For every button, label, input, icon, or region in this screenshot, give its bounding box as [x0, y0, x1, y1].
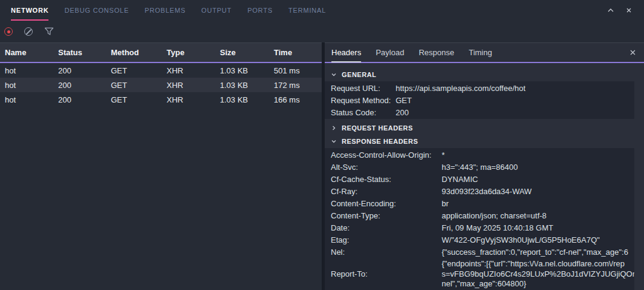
request-details-pane: Headers Payload Response Timing GENERAL — [325, 42, 644, 290]
header-key: Content-Type: — [331, 211, 442, 220]
details-tab-bar: Headers Payload Response Timing — [325, 42, 644, 63]
header-row: Content-Encoding: br — [325, 197, 634, 209]
cell-status: 200 — [58, 95, 111, 104]
cell-method: GET — [111, 95, 167, 104]
header-key: Content-Encoding: — [331, 199, 442, 208]
header-row: Request Method: GET — [325, 94, 634, 106]
cell-status: 200 — [58, 81, 111, 90]
header-value: {"success_fraction":0,"report_to":"cf-ne… — [442, 248, 634, 257]
request-table-header: Name Status Method Type Size Time — [0, 42, 322, 63]
header-value-line: nel","max_age":604800} — [442, 279, 634, 289]
cell-name: hot — [5, 95, 58, 104]
header-key: Date: — [331, 223, 442, 232]
section-title: RESPONSE HEADERS — [342, 138, 418, 145]
close-icon[interactable] — [629, 49, 637, 56]
header-row: Report-To: {"endpoints":[{"url":"https:\… — [325, 258, 634, 290]
column-method[interactable]: Method — [111, 48, 167, 57]
header-value: br — [442, 199, 634, 208]
tab-payload[interactable]: Payload — [376, 43, 404, 62]
section-response-headers[interactable]: RESPONSE HEADERS — [325, 135, 644, 148]
header-row: Access-Control-Allow-Origin: * — [325, 149, 634, 161]
tab-network[interactable]: NETWORK — [11, 0, 48, 21]
header-key: Cf-Cache-Status: — [331, 175, 442, 184]
header-key: Request Method: — [331, 96, 396, 105]
header-key: Status Code: — [331, 108, 396, 117]
header-key: Cf-Ray: — [331, 187, 442, 196]
tab-ports[interactable]: PORTS — [247, 0, 273, 21]
cell-name: hot — [5, 66, 58, 75]
panel-window-controls — [606, 6, 633, 15]
header-row: Etag: W/"422-OFgVyjSW3h0UjwL/G5P5HoE6A7Q… — [325, 234, 634, 246]
header-key: Report-To: — [331, 269, 442, 278]
headers-content: GENERAL Request URL: https://api.samplea… — [325, 63, 644, 290]
chevron-up-icon[interactable] — [606, 6, 615, 15]
tab-terminal[interactable]: TERMINAL — [288, 0, 326, 21]
cell-size: 1.03 KB — [220, 66, 274, 75]
column-time[interactable]: Time — [274, 48, 322, 57]
filter-icon[interactable] — [44, 27, 54, 36]
header-key: Nel: — [331, 248, 442, 257]
header-row: Content-Type: application/json; charset=… — [325, 209, 634, 221]
network-toolbar — [0, 21, 644, 42]
header-value: W/"422-OFgVyjSW3h0UjwL/G5P5HoE6A7Q" — [442, 235, 634, 244]
header-row: Status Code: 200 — [325, 106, 634, 118]
section-general[interactable]: GENERAL — [325, 68, 644, 81]
cell-time: 172 ms — [274, 81, 322, 90]
column-name[interactable]: Name — [5, 48, 58, 57]
section-title: REQUEST HEADERS — [342, 124, 413, 132]
header-row: Alt-Svc: h3=":443"; ma=86400 — [325, 161, 634, 173]
header-value: https://api.sampleapis.com/coffee/hot — [396, 84, 634, 93]
record-icon[interactable] — [4, 27, 13, 36]
column-type[interactable]: Type — [167, 48, 220, 57]
cell-name: hot — [5, 81, 58, 90]
table-row[interactable]: hot 200 GET XHR 1.03 KB 166 ms — [0, 92, 322, 107]
header-key: Request URL: — [331, 84, 396, 93]
table-row[interactable]: hot 200 GET XHR 1.03 KB 172 ms — [0, 78, 322, 92]
column-size[interactable]: Size — [220, 48, 274, 57]
response-header-rows: Access-Control-Allow-Origin: * Alt-Svc: … — [325, 148, 634, 290]
main-split: Name Status Method Type Size Time hot 20… — [0, 42, 644, 290]
header-value: 93d093f23da6da34-WAW — [442, 187, 634, 196]
header-value: 200 — [396, 108, 634, 117]
panel-tabs: NETWORK DEBUG CONSOLE PROBLEMS OUTPUT PO… — [11, 0, 326, 21]
tab-headers[interactable]: Headers — [331, 44, 361, 62]
tab-response[interactable]: Response — [419, 43, 454, 62]
panel-tab-strip: NETWORK DEBUG CONSOLE PROBLEMS OUTPUT PO… — [0, 0, 644, 21]
close-icon[interactable] — [625, 6, 633, 15]
cell-type: XHR — [167, 66, 220, 75]
header-row: Cf-Cache-Status: DYNAMIC — [325, 173, 634, 185]
cell-status: 200 — [58, 66, 111, 75]
header-row: Cf-Ray: 93d093f23da6da34-WAW — [325, 185, 634, 197]
cell-time: 501 ms — [274, 66, 322, 75]
header-key: Access-Control-Allow-Origin: — [331, 150, 442, 160]
header-value: * — [442, 150, 634, 160]
tab-problems[interactable]: PROBLEMS — [145, 0, 186, 21]
chevron-down-icon — [331, 72, 337, 78]
request-table: Name Status Method Type Size Time hot 20… — [0, 42, 322, 290]
header-value-line: {"endpoints":[{"url":"https:\/\/a.nel.cl… — [442, 259, 634, 269]
header-row: Date: Fri, 09 May 2025 10:40:18 GMT — [325, 221, 634, 234]
header-value-line: s=vFBG9bqUZIo6Cr4s29LUxP%2BoJ1dVIZYJUGji… — [442, 269, 634, 280]
header-row: Request URL: https://api.sampleapis.com/… — [325, 82, 634, 94]
cell-method: GET — [111, 66, 167, 75]
column-status[interactable]: Status — [58, 48, 111, 57]
cell-size: 1.03 KB — [220, 95, 274, 104]
clear-icon[interactable] — [24, 27, 33, 36]
cell-type: XHR — [167, 95, 220, 104]
header-row: Nel: {"success_fraction":0,"report_to":"… — [325, 246, 634, 258]
section-title: GENERAL — [342, 71, 376, 78]
cell-size: 1.03 KB — [220, 81, 274, 90]
header-value: GET — [396, 96, 634, 105]
header-key: Etag: — [331, 235, 442, 244]
general-rows: Request URL: https://api.sampleapis.com/… — [325, 81, 634, 119]
tab-output[interactable]: OUTPUT — [201, 0, 231, 21]
section-request-headers[interactable]: REQUEST HEADERS — [325, 121, 644, 135]
header-value: DYNAMIC — [442, 175, 634, 184]
cell-time: 166 ms — [274, 95, 322, 104]
devtools-panel: NETWORK DEBUG CONSOLE PROBLEMS OUTPUT PO… — [0, 0, 644, 290]
header-value: {"endpoints":[{"url":"https:\/\/a.nel.cl… — [442, 259, 634, 289]
tab-debug-console[interactable]: DEBUG CONSOLE — [64, 0, 128, 21]
tab-timing[interactable]: Timing — [469, 43, 493, 62]
chevron-right-icon — [331, 125, 337, 131]
table-row[interactable]: hot 200 GET XHR 1.03 KB 501 ms — [0, 63, 322, 78]
